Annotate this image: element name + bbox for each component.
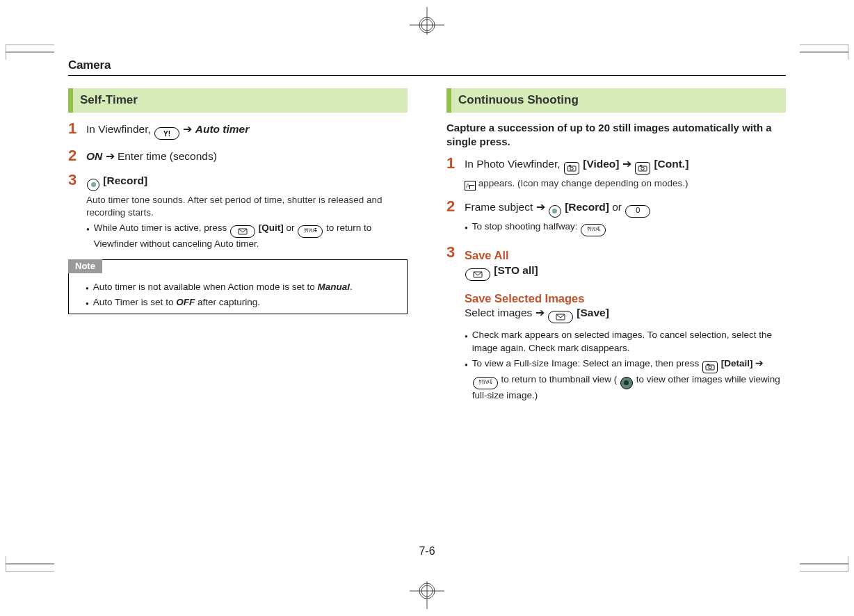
- section-heading-continuous: Continuous Shooting: [446, 88, 786, 113]
- crop-mark-tl: [6, 44, 54, 60]
- step-number: 3: [446, 245, 465, 402]
- mail-key-icon: [230, 225, 255, 238]
- note-box: Note Auto timer is not available when Ac…: [68, 259, 408, 314]
- save-selected-heading: Save Selected Images: [465, 291, 786, 306]
- r-step-2-body: Frame subject ➔ [Record] or 0 To stop sh…: [465, 199, 786, 236]
- arrow-icon: ➔: [622, 158, 634, 170]
- step-3-detail: Auto timer tone sounds. After set period…: [86, 194, 408, 219]
- crop-mark-br: [800, 556, 848, 572]
- step-3-bullet: While Auto timer is active, press [Quit]…: [86, 222, 408, 251]
- right-column: Continuous Shooting Capture a succession…: [446, 88, 786, 411]
- step-1-menu: Auto timer: [195, 123, 250, 135]
- center-key-icon: [549, 205, 561, 218]
- crop-mark-bl: [6, 556, 54, 572]
- r-step-1-detail: A appears. (Icon may change depending on…: [465, 177, 786, 191]
- camera-key-icon: [702, 361, 718, 373]
- zero-key-icon: 0: [625, 205, 650, 218]
- page-content: Camera Self-Timer 1 In Viewfinder, Y! ➔ …: [68, 58, 786, 558]
- mail-key-icon: [465, 268, 490, 281]
- note-label: Note: [68, 259, 102, 273]
- step-2-on: ON: [86, 150, 102, 162]
- note-bullet-2: Auto Timer is set to OFF after capturing…: [86, 296, 398, 309]
- svg-rect-24: [707, 364, 709, 365]
- step-1-prefix: In Viewfinder,: [86, 123, 154, 135]
- section-heading-self-timer: Self-Timer: [68, 88, 408, 113]
- step-number: 3: [68, 172, 86, 251]
- chapter-rule: [68, 75, 786, 76]
- nav-key-icon: [620, 377, 633, 389]
- svg-point-23: [709, 366, 711, 368]
- svg-rect-16: [569, 165, 571, 167]
- svg-point-15: [570, 168, 573, 170]
- crop-mark-tr: [800, 44, 848, 60]
- mode-indicator-icon: A: [465, 181, 476, 191]
- r-step-3-body: Save All [STO all] Save Selected Images …: [465, 245, 786, 402]
- arrow-icon: ➔: [106, 150, 118, 162]
- r-step-2-bullet: To stop shooting halfway: ｸﾘｱ/ﾒﾓ: [465, 220, 786, 236]
- step-2-body: ON ➔ Enter time (seconds): [86, 148, 408, 164]
- step-3-action: [Record]: [103, 175, 147, 186]
- clear-key-icon: ｸﾘｱ/ﾒﾓ: [581, 224, 606, 236]
- y-key-icon: Y!: [154, 127, 179, 140]
- svg-point-18: [641, 168, 644, 170]
- arrow-icon: ➔: [183, 123, 195, 135]
- mail-key-icon: [548, 311, 573, 323]
- step-number: 2: [68, 148, 86, 164]
- step-number: 1: [446, 156, 465, 191]
- clear-key-icon: ｸﾘｱ/ﾒﾓ: [298, 225, 323, 238]
- camera-key-icon: [564, 162, 579, 175]
- svg-text:Y!: Y!: [163, 130, 170, 137]
- step-2-rest: Enter time (seconds): [118, 150, 217, 162]
- note-bullet-1: Auto timer is not available when Action …: [86, 281, 398, 294]
- step-number: 1: [68, 121, 86, 140]
- page-number: 7-6: [68, 545, 786, 558]
- left-column: Self-Timer 1 In Viewfinder, Y! ➔ Auto ti…: [68, 88, 408, 411]
- save-all-heading: Save All: [465, 248, 786, 263]
- step-1-body: In Viewfinder, Y! ➔ Auto timer: [86, 121, 408, 140]
- r-step-3-bullet-2: To view a Full-size Image: Select an ima…: [465, 357, 786, 403]
- continuous-intro: Capture a succession of up to 20 still i…: [446, 121, 786, 149]
- r-step-1-body: In Photo Viewfinder, [Video] ➔ [Cont.] A…: [465, 156, 786, 191]
- r-step-3-bullet-1: Check mark appears on selected images. T…: [465, 329, 786, 355]
- chapter-title: Camera: [68, 58, 786, 75]
- step-number: 2: [446, 199, 465, 236]
- svg-rect-19: [640, 165, 642, 167]
- registration-mark-bottom: [396, 581, 458, 609]
- clear-key-icon: ｸﾘｱ/ﾒﾓ: [473, 377, 498, 389]
- center-key-icon: [87, 179, 99, 191]
- step-3-body: [Record] Auto timer tone sounds. After s…: [86, 172, 408, 251]
- registration-mark-top: [396, 7, 458, 35]
- camera-key-icon: [635, 162, 650, 175]
